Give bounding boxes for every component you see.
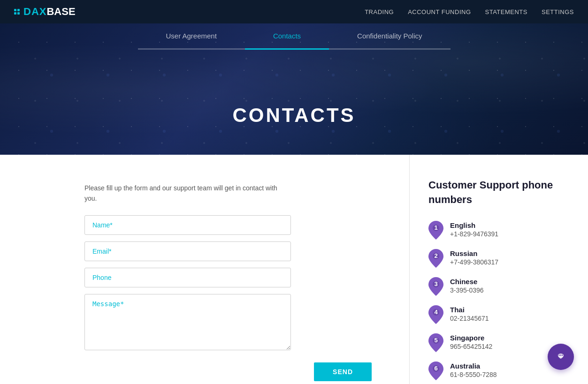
phone-info: English +1-829-9476391	[450, 221, 498, 238]
pin-badge: 4	[428, 306, 443, 324]
pin-badge: 2	[428, 249, 443, 267]
pin-number: 6	[428, 365, 443, 372]
tab-contacts[interactable]: Contacts	[245, 23, 329, 50]
phone-language: English	[450, 221, 498, 229]
nav-settings[interactable]: SETTINGS	[542, 8, 574, 15]
form-description: Please fill up the form and our support …	[84, 183, 291, 204]
phone-info: Singapore 965-65425142	[450, 334, 492, 350]
pin-badge: 6	[428, 362, 443, 380]
logo-dax: DAX	[23, 6, 46, 17]
phone-entry: 4 Thai 02-21345671	[428, 306, 569, 324]
phone-number: 02-21345671	[450, 315, 489, 322]
phone-language: Singapore	[450, 334, 492, 342]
phone-info: Russian +7-499-3806317	[450, 249, 498, 266]
pin-badge: 5	[428, 334, 443, 352]
hero-section: User Agreement Contacts Confidentiality …	[0, 23, 588, 155]
email-field-group	[84, 241, 372, 261]
message-input[interactable]	[84, 294, 291, 350]
fab-button[interactable]	[548, 344, 574, 370]
phone-language: Russian	[450, 249, 498, 257]
send-button[interactable]: SEND	[314, 362, 372, 381]
phone-language: Australia	[450, 362, 497, 370]
svg-point-8	[560, 354, 561, 355]
tabs-container: User Agreement Contacts Confidentiality …	[0, 23, 588, 50]
phone-input[interactable]	[84, 268, 291, 287]
support-title: Customer Support phone numbers	[428, 178, 569, 207]
pin-number: 4	[428, 309, 443, 316]
pin-badge: 3	[428, 278, 443, 295]
phone-info: Australia 61-8-5550-7288	[450, 362, 497, 378]
phone-number: 3-395-0396	[450, 286, 484, 294]
logo-grid-icon	[14, 9, 20, 15]
name-field-group	[84, 215, 372, 235]
pin-badge: 1	[428, 221, 443, 239]
phone-language: Thai	[450, 306, 489, 314]
pin-number: 2	[428, 252, 443, 259]
message-field-group	[84, 294, 372, 352]
content-area: Please fill up the form and our support …	[0, 155, 588, 384]
nav-links: TRADING ACCOUNT FUNDING STATEMENTS SETTI…	[365, 8, 574, 16]
phone-number: +1-829-9476391	[450, 230, 498, 238]
phone-number: 965-65425142	[450, 343, 492, 350]
phone-entry: 1 English +1-829-9476391	[428, 221, 569, 239]
nav-account-funding[interactable]: ACCOUNT FUNDING	[408, 8, 471, 15]
nav-trading[interactable]: TRADING	[365, 8, 394, 15]
phone-entry: 2 Russian +7-499-3806317	[428, 249, 569, 267]
pin-number: 5	[428, 337, 443, 344]
pin-number: 3	[428, 280, 443, 287]
tab-user-agreement[interactable]: User Agreement	[138, 23, 245, 50]
phone-entry: 6 Australia 61-8-5550-7288	[428, 362, 569, 380]
phone-entry: 3 Chinese 3-395-0396	[428, 278, 569, 295]
pin-number: 1	[428, 224, 443, 231]
email-input[interactable]	[84, 241, 291, 261]
svg-point-7	[558, 354, 559, 355]
fab-icon	[554, 349, 567, 365]
contact-form-section: Please fill up the form and our support …	[0, 155, 410, 384]
logo[interactable]: DAXBASE	[14, 6, 76, 18]
phone-field-group	[84, 268, 372, 287]
phone-number: 61-8-5550-7288	[450, 371, 497, 378]
phone-info: Thai 02-21345671	[450, 306, 489, 322]
phone-entry: 5 Singapore 965-65425142	[428, 334, 569, 352]
phone-info: Chinese 3-395-0396	[450, 278, 484, 294]
nav-statements[interactable]: STATEMENTS	[485, 8, 527, 15]
logo-base: BASE	[46, 6, 75, 17]
phone-number: +7-499-3806317	[450, 258, 498, 266]
navbar: DAXBASE TRADING ACCOUNT FUNDING STATEMEN…	[0, 0, 588, 23]
page-title: CONTACTS	[0, 104, 588, 127]
svg-point-9	[562, 354, 563, 355]
name-input[interactable]	[84, 215, 291, 235]
tab-confidentiality[interactable]: Confidentiality Policy	[329, 23, 450, 50]
phone-language: Chinese	[450, 278, 484, 286]
